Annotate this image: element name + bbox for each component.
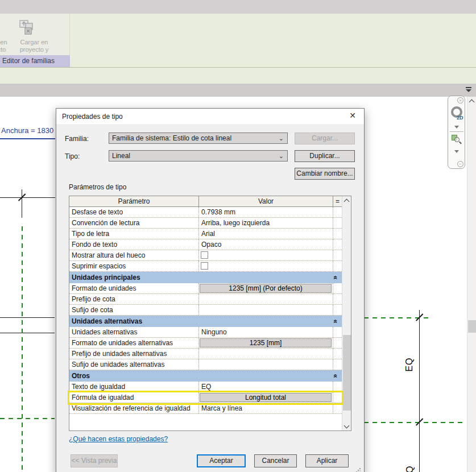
param-value-cell[interactable]: EQ: [199, 382, 333, 392]
param-value-cell[interactable]: Longitud total: [199, 392, 333, 403]
canvas-scrollbar[interactable]: [467, 97, 476, 472]
chevron-down-icon[interactable]: [454, 150, 459, 153]
cancel-button[interactable]: Cancelar: [254, 454, 297, 467]
ok-button[interactable]: Aceptar: [197, 454, 246, 467]
wheel-2d-badge: 2D: [457, 115, 463, 121]
collapse-section-icon[interactable]: «: [330, 320, 342, 324]
ribbon-panel-label[interactable]: Editor de familias: [0, 55, 70, 67]
param-name: Suprimir espacios: [69, 261, 199, 271]
param-row[interactable]: Convención de lecturaArriba, luego izqui…: [69, 218, 342, 229]
type-parameters-label: Parámetros de tipo: [69, 183, 126, 191]
collapse-section-icon[interactable]: «: [330, 374, 342, 378]
param-name: Mostrar altura del hueco: [69, 250, 199, 260]
param-row[interactable]: Formato de unidades1235 [mm] (Por defect…: [69, 283, 342, 294]
scrollbar-thumb[interactable]: [343, 335, 351, 411]
section-header[interactable]: Otros«: [69, 370, 342, 382]
param-value-cell[interactable]: 0.7938 mm: [199, 207, 333, 217]
type-value: Lineal: [112, 152, 130, 160]
param-name: Tipo de letra: [69, 229, 199, 239]
dimension-line: [0, 138, 55, 139]
equalize-cell: [333, 229, 342, 239]
close-icon[interactable]: ×: [457, 97, 463, 103]
section-title: Unidades principales: [72, 274, 140, 281]
param-row[interactable]: Tipo de letraArial: [69, 229, 342, 239]
param-value-cell[interactable]: [199, 349, 333, 359]
minimize-navbar-icon[interactable]: −: [457, 161, 463, 167]
eq-label-partial[interactable]: EQ: [405, 465, 415, 472]
load-button[interactable]: Cargar...: [295, 133, 355, 144]
preview-button[interactable]: << Vista previa: [71, 454, 118, 467]
collapse-section-icon[interactable]: «: [330, 276, 342, 280]
type-combobox[interactable]: Lineal ⌄: [109, 150, 288, 162]
param-value-cell[interactable]: Marca y línea: [199, 403, 333, 413]
zoom-region-icon[interactable]: [452, 135, 462, 146]
duplicate-button[interactable]: Duplicar...: [295, 150, 355, 162]
param-value-cell[interactable]: Arial: [199, 229, 333, 239]
param-row[interactable]: Desfase de texto0.7938 mm: [69, 207, 342, 218]
reference-line: [0, 333, 55, 333]
button-label-line1: ar en: [0, 39, 7, 45]
scrollbar-thumb[interactable]: [468, 320, 476, 333]
value-button[interactable]: 1235 [mm]: [200, 338, 332, 347]
param-row[interactable]: Mostrar altura del hueco: [69, 250, 342, 261]
param-row[interactable]: Texto de igualdadEQ: [69, 382, 342, 392]
param-value-cell[interactable]: [199, 305, 333, 315]
param-row[interactable]: Visualización de referencia de igualdadM…: [69, 403, 342, 414]
value-button[interactable]: 1235 [mm] (Por defecto): [200, 284, 332, 293]
navigation-bar: × 2D −: [448, 96, 465, 169]
param-value-cell[interactable]: 1235 [mm]: [199, 338, 333, 348]
param-row[interactable]: Prefijo de unidades alternativas: [69, 349, 342, 359]
equalize-cell: [333, 327, 342, 337]
param-value-cell[interactable]: Ninguno: [199, 327, 333, 337]
load-into-project-button[interactable]: ar en ecto: [0, 18, 18, 55]
section-header[interactable]: Unidades alternativas«: [69, 316, 342, 327]
column-header-equal[interactable]: =: [333, 196, 342, 206]
param-row[interactable]: Fórmula de igualdadLongitud total: [69, 392, 342, 403]
param-value-cell[interactable]: Arriba, luego izquierda: [199, 218, 333, 228]
family-combobox[interactable]: Familia de sistema: Estilo de cota linea…: [109, 133, 288, 144]
equalize-cell: [333, 250, 342, 260]
param-name: Formato de unidades alternativas: [69, 338, 199, 348]
param-value-cell[interactable]: [199, 250, 333, 260]
type-label: Tipo:: [65, 152, 80, 160]
load-into-project-and-close-button[interactable]: Cargar en proyecto y cerrar: [16, 18, 52, 55]
button-label-line1: Cargar en: [20, 39, 48, 45]
scroll-up-icon[interactable]: [344, 199, 350, 205]
param-row[interactable]: Sufijo de unidades alternativas: [69, 359, 342, 370]
resize-grip[interactable]: [355, 467, 361, 472]
param-value-cell[interactable]: Opaco: [199, 239, 333, 250]
column-header-value[interactable]: Valor: [199, 196, 333, 206]
param-row[interactable]: Prefijo de cota: [69, 294, 342, 305]
section-header[interactable]: Unidades principales«: [69, 272, 342, 283]
param-value-cell[interactable]: 1235 [mm] (Por defecto): [199, 283, 333, 293]
close-icon[interactable]: ✕: [347, 111, 358, 121]
rename-button[interactable]: Cambiar nombre...: [295, 168, 355, 180]
parameters-table: Parámetro Valor = Desfase de texto0.7938…: [69, 196, 351, 431]
dialog-title-bar[interactable]: Propiedades de tipo ✕: [56, 109, 364, 124]
checkbox[interactable]: [201, 251, 208, 259]
equalize-cell: [333, 338, 342, 348]
param-value-cell[interactable]: [199, 261, 333, 271]
apply-button[interactable]: Aplicar: [305, 454, 349, 467]
scroll-down-icon[interactable]: [344, 423, 350, 429]
value-button[interactable]: Longitud total: [200, 393, 332, 402]
param-row[interactable]: Sufijo de cota: [69, 305, 342, 316]
chevron-down-icon[interactable]: [454, 126, 459, 129]
scroll-up-icon[interactable]: [469, 100, 475, 105]
param-row[interactable]: Unidades alternativasNinguno: [69, 327, 342, 338]
param-name: Unidades alternativas: [69, 327, 199, 337]
eq-label[interactable]: EQ: [404, 357, 415, 371]
column-header-parameter[interactable]: Parámetro: [69, 196, 199, 206]
param-row[interactable]: Fondo de textoOpaco: [69, 239, 342, 250]
param-name: Fórmula de igualdad: [69, 392, 199, 403]
param-row[interactable]: Suprimir espacios: [69, 261, 342, 272]
param-value-cell[interactable]: [199, 294, 333, 304]
equalize-cell: [333, 239, 342, 250]
table-scrollbar[interactable]: [342, 196, 351, 430]
param-value-cell[interactable]: [199, 359, 333, 370]
properties-help-link[interactable]: ¿Qué hacen estas propiedades?: [69, 435, 168, 443]
checkbox[interactable]: [201, 262, 208, 270]
param-row[interactable]: Formato de unidades alternativas1235 [mm…: [69, 338, 342, 349]
collapse-ribbon-icon[interactable]: [465, 86, 472, 93]
param-name: Sufijo de cota: [69, 305, 199, 315]
